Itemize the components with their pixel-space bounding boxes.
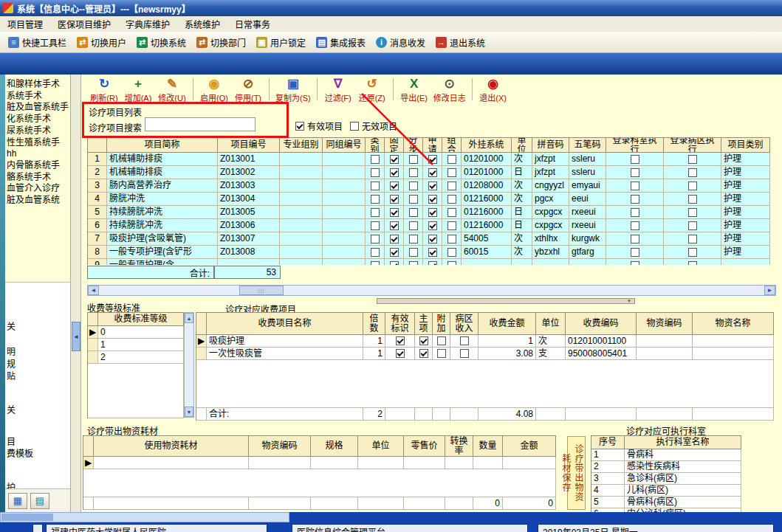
- tree-item[interactable]: 血管介入诊疗: [7, 183, 70, 195]
- table-row[interactable]: 3急诊科(病区): [591, 473, 741, 485]
- tree-item[interactable]: 费模板: [7, 446, 33, 459]
- grid-view-button[interactable]: ▦: [8, 493, 27, 509]
- checkbox[interactable]: [390, 248, 399, 257]
- panel-splitter[interactable]: ▼: [377, 298, 635, 304]
- table-row[interactable]: 1机械辅助排痰Z01300101201000次jxfzptssleru护理: [88, 153, 770, 166]
- column-header[interactable]: 同组编号: [323, 138, 366, 153]
- invalid-items-filter[interactable]: 无效项目: [350, 120, 397, 132]
- table-horizontal-scrollbar[interactable]: ◄ ||| ►: [87, 285, 776, 296]
- checkbox[interactable]: [409, 261, 418, 266]
- tree-item[interactable]: 骼系统手术: [7, 172, 70, 184]
- table-row[interactable]: 4膀胱冲洗Z01300401216000次pgcxeeui护理: [88, 193, 770, 206]
- refresh-button[interactable]: ↻刷新(R): [87, 76, 121, 103]
- checkbox[interactable]: [428, 155, 437, 164]
- column-header[interactable]: 物资编码: [637, 313, 693, 335]
- checkbox[interactable]: [631, 195, 639, 204]
- checkbox[interactable]: [428, 248, 437, 257]
- column-header[interactable]: 拼音码: [532, 138, 569, 153]
- copy-as-button[interactable]: ▣复制为(S): [273, 76, 313, 103]
- table-row[interactable]: 1: [88, 339, 184, 351]
- checkbox[interactable]: [631, 248, 639, 257]
- modify-button[interactable]: ✎修改(U): [155, 76, 189, 103]
- table-row[interactable]: 8一般专项护理(含铲形Z01300860015次ybzxhlgtfarg护理: [88, 246, 770, 259]
- checkbox[interactable]: [447, 248, 456, 257]
- column-header[interactable]: 单位: [512, 138, 532, 153]
- export-button[interactable]: X导出(E): [397, 76, 431, 103]
- column-header[interactable]: 分步: [404, 138, 423, 153]
- column-header[interactable]: 组合: [442, 138, 462, 153]
- checkbox[interactable]: [447, 168, 456, 177]
- table-row[interactable]: 5持续膀胱冲洗Z01300501216000日cxpgcxrxeeui护理: [88, 206, 770, 219]
- column-header[interactable]: 执行科室名称: [625, 436, 741, 449]
- checkbox[interactable]: [428, 221, 437, 230]
- column-header[interactable]: 序号: [591, 436, 625, 449]
- tree-item[interactable]: 脏及血管系统手: [7, 102, 70, 114]
- column-header[interactable]: 项目编号: [218, 138, 280, 153]
- table-row[interactable]: 一次性吸痰管13.08支950008005401: [196, 348, 774, 360]
- table-row[interactable]: 3肠内高营养治疗Z01300301208000次cngyyzlemyaui护理: [88, 179, 770, 193]
- column-header[interactable]: 附 加: [433, 313, 450, 335]
- checkbox[interactable]: [688, 261, 697, 266]
- checkbox[interactable]: [631, 221, 639, 230]
- checkbox[interactable]: [419, 349, 428, 358]
- column-header[interactable]: 项目简称: [107, 138, 218, 153]
- table-row[interactable]: 6持续膀胱冲洗Z01300601216000日cxpgcxrxeeui护理: [88, 219, 770, 232]
- tree-item[interactable]: 目: [7, 435, 16, 447]
- checkbox[interactable]: [428, 182, 437, 190]
- checkbox[interactable]: [419, 336, 428, 345]
- column-header[interactable]: 类别: [366, 138, 385, 153]
- save-materials-button[interactable]: 诊疗带出物资耗材保存: [567, 436, 586, 510]
- tree-item[interactable]: 脏及血管系统: [7, 195, 70, 207]
- column-header[interactable]: 单位: [536, 313, 566, 335]
- table-row[interactable]: 1骨病科: [591, 449, 741, 461]
- scroll-down-arrow[interactable]: ▼: [185, 407, 193, 417]
- sidebar-splitter[interactable]: [71, 75, 81, 512]
- checkbox[interactable]: [447, 235, 456, 243]
- table-row[interactable]: 7吸痰护理(含吸氧管)Z01300754005次xthlhxkurgwk护理: [88, 232, 770, 246]
- checkbox[interactable]: [390, 182, 399, 190]
- menu-item-1[interactable]: 医保项目维护: [50, 16, 118, 32]
- table-row[interactable]: 5骨病科(病区): [591, 497, 741, 508]
- column-header[interactable]: 收费金额: [479, 313, 536, 335]
- collapse-sidebar-button[interactable]: ◄: [72, 322, 80, 351]
- checkbox[interactable]: [437, 349, 446, 358]
- tree-item[interactable]: 明: [7, 345, 16, 357]
- column-header[interactable]: 物资编码: [249, 436, 311, 457]
- checkbox[interactable]: [409, 208, 418, 217]
- checkbox[interactable]: [447, 261, 456, 266]
- checkbox[interactable]: [688, 248, 697, 257]
- column-header[interactable]: 收费项目名称: [207, 313, 363, 335]
- menu-item-0[interactable]: 项目管理: [0, 16, 50, 32]
- checkbox[interactable]: [390, 208, 399, 217]
- column-header[interactable]: 收费标准等级: [98, 313, 184, 326]
- scroll-thumb[interactable]: [1, 514, 53, 521]
- invalid-items-checkbox[interactable]: [350, 122, 359, 131]
- checkbox[interactable]: [390, 235, 399, 243]
- table-row[interactable]: ▶: [83, 457, 556, 469]
- checkbox[interactable]: [390, 195, 399, 204]
- column-header[interactable]: 五笔码: [569, 138, 606, 153]
- restore-button[interactable]: ↺还原(Z): [355, 76, 389, 103]
- table-row[interactable]: 2机械辅助排痰Z01300201201000日jxfzptssleru护理: [88, 166, 770, 179]
- switch-user-button[interactable]: ⇄切换用户: [72, 34, 131, 51]
- checkbox[interactable]: [371, 248, 380, 257]
- checkbox[interactable]: [371, 221, 380, 230]
- table-row[interactable]: ▶吸痰护理11次012010001100: [196, 335, 774, 348]
- checkbox[interactable]: [631, 235, 639, 243]
- checkbox[interactable]: [688, 168, 697, 177]
- table-row[interactable]: 2感染性疾病科: [591, 461, 741, 473]
- quick-tools-button[interactable]: ≡快捷工具栏: [3, 34, 72, 51]
- column-header[interactable]: [83, 436, 94, 457]
- checkbox[interactable]: [390, 168, 399, 177]
- exit-system-button[interactable]: →退出系统: [431, 34, 490, 51]
- checkbox[interactable]: [409, 182, 418, 190]
- checkbox[interactable]: [409, 221, 418, 230]
- checkbox[interactable]: [447, 182, 456, 190]
- column-header[interactable]: [196, 313, 207, 335]
- search-input[interactable]: [145, 117, 255, 131]
- enable-button[interactable]: ◉启用(Q): [197, 76, 231, 103]
- tree-item[interactable]: 内骨骼系统手: [7, 160, 70, 172]
- checkbox[interactable]: [428, 168, 437, 177]
- checkbox[interactable]: [371, 235, 380, 243]
- table-row[interactable]: 4儿科(病区): [591, 485, 741, 497]
